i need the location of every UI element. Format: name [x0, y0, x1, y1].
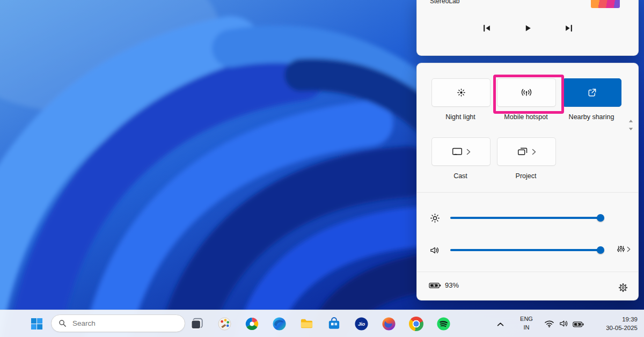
- battery-charging-icon: [573, 321, 584, 328]
- wifi-icon: [544, 319, 554, 328]
- volume-fill: [450, 249, 601, 251]
- edge-icon: [272, 317, 287, 331]
- language-line2: IN: [515, 324, 538, 332]
- chrome-browser[interactable]: [408, 316, 424, 332]
- jio-logo-text: Jio: [357, 321, 365, 326]
- cast-icon: [452, 147, 463, 156]
- jio-app[interactable]: Jio: [353, 316, 369, 332]
- tray-overflow-button[interactable]: [497, 319, 506, 328]
- divider: [417, 272, 638, 272]
- nearby-sharing-tile[interactable]: [562, 78, 621, 107]
- cast-tile[interactable]: [431, 137, 491, 166]
- taskbar-apps: Jio: [189, 316, 451, 332]
- spotify-icon: [436, 317, 451, 331]
- next-track-button[interactable]: [564, 23, 573, 33]
- mobile-hotspot-tile[interactable]: [497, 78, 556, 107]
- chevron-right-icon: [466, 149, 471, 155]
- tiles-scrollbar: [628, 119, 633, 131]
- microsoft-store[interactable]: [326, 316, 342, 332]
- photos-app[interactable]: [244, 316, 260, 332]
- chevron-up-icon: [497, 322, 504, 327]
- store-icon: [327, 317, 341, 331]
- brightness-row: [417, 208, 638, 228]
- brightness-thumb[interactable]: [597, 214, 604, 222]
- brightness-fill: [450, 217, 601, 219]
- start-button[interactable]: [26, 313, 47, 334]
- audio-output-button[interactable]: [617, 245, 631, 253]
- language-line1: ENG: [515, 315, 538, 324]
- firefox-browser[interactable]: [380, 316, 397, 332]
- media-player-flyout: StereoLab: [416, 0, 639, 56]
- chevron-right-icon: [532, 149, 536, 155]
- battery-tray-button[interactable]: [572, 319, 584, 329]
- divider: [417, 192, 638, 193]
- taskbar: Jio ENG IN 19:: [0, 310, 644, 337]
- search-box[interactable]: [51, 314, 185, 332]
- desktop: StereoLab Night light Mobile hotspot: [0, 0, 644, 337]
- file-explorer-icon: [299, 317, 314, 331]
- mobile-hotspot-icon: [521, 88, 532, 97]
- previous-track-button[interactable]: [482, 23, 492, 33]
- task-view-icon: [190, 317, 204, 331]
- play-icon: [523, 24, 532, 33]
- media-controls: [417, 23, 638, 33]
- audio-output-icon: [617, 245, 625, 253]
- next-icon: [564, 24, 573, 33]
- language-indicator[interactable]: ENG IN: [515, 315, 538, 332]
- brightness-track: [450, 217, 601, 219]
- quick-settings-panel: Night light Mobile hotspot Nearby sharin…: [416, 63, 639, 301]
- wifi-button[interactable]: [543, 319, 555, 328]
- volume-thumb[interactable]: [597, 246, 604, 254]
- firefox-icon: [382, 317, 396, 331]
- scroll-up-icon[interactable]: [628, 119, 633, 123]
- volume-track: [450, 249, 601, 251]
- chrome-icon: [409, 317, 423, 331]
- paint-app[interactable]: [216, 316, 232, 332]
- project-icon: [517, 147, 528, 156]
- night-light-icon: [456, 87, 466, 98]
- scroll-down-icon[interactable]: [628, 127, 633, 131]
- windows-logo-icon: [31, 318, 43, 330]
- gear-icon: [618, 283, 628, 292]
- battery-status[interactable]: 93%: [429, 281, 459, 289]
- nearby-sharing-label: Nearby sharing: [556, 113, 627, 121]
- album-art-thumbnail: [591, 0, 620, 8]
- volume-icon: [429, 245, 440, 255]
- volume-slider[interactable]: [450, 240, 601, 260]
- nearby-sharing-icon: [587, 87, 597, 98]
- brightness-slider[interactable]: [450, 208, 601, 228]
- spotify-app[interactable]: [435, 316, 451, 332]
- project-tile[interactable]: [497, 137, 556, 166]
- brightness-icon: [429, 213, 440, 223]
- search-icon: [58, 319, 67, 327]
- time-label: 19:39: [588, 315, 638, 324]
- clock[interactable]: 19:39 30-05-2025: [588, 315, 638, 332]
- mobile-hotspot-label: Mobile hotspot: [491, 113, 561, 121]
- night-light-tile[interactable]: [431, 78, 491, 107]
- volume-tray-button[interactable]: [558, 319, 570, 328]
- settings-button[interactable]: [617, 281, 630, 294]
- date-label: 30-05-2025: [588, 324, 638, 332]
- file-explorer[interactable]: [298, 316, 314, 332]
- play-button[interactable]: [523, 23, 532, 33]
- battery-icon: [429, 282, 441, 289]
- night-light-label: Night light: [425, 113, 496, 121]
- chevron-right-icon: [627, 246, 631, 252]
- previous-icon: [482, 24, 492, 33]
- battery-percent-label: 93%: [445, 281, 459, 289]
- project-label: Project: [491, 172, 561, 180]
- speaker-icon: [559, 319, 569, 328]
- quick-settings-footer: 93%: [417, 277, 638, 298]
- photos-icon: [245, 317, 259, 331]
- search-input[interactable]: [71, 319, 170, 328]
- cast-label: Cast: [425, 172, 496, 180]
- jio-icon: Jio: [354, 317, 369, 331]
- media-title: StereoLab: [430, 0, 459, 5]
- paint-icon: [217, 317, 232, 331]
- task-view-button[interactable]: [189, 316, 205, 332]
- edge-browser[interactable]: [271, 316, 287, 332]
- volume-row: [417, 240, 638, 260]
